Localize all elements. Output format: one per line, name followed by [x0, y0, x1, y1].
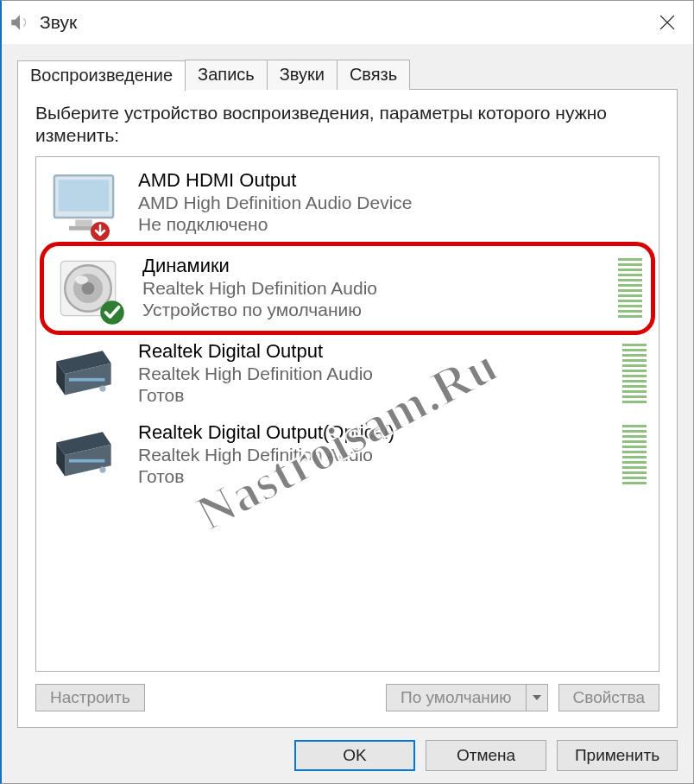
tab-playback[interactable]: Воспроизведение [17, 60, 186, 91]
window-title: Звук [40, 12, 77, 33]
receiver-icon [48, 420, 119, 490]
tab-communications[interactable]: Связь [337, 60, 410, 90]
level-meter [618, 258, 642, 319]
device-name: Realtek Digital Output [138, 340, 622, 363]
device-item[interactable]: Динамики Realtek High Definition Audio У… [40, 242, 655, 335]
device-item[interactable]: Realtek Digital Output Realtek High Defi… [43, 333, 652, 414]
device-name: AMD HDMI Output [138, 169, 647, 192]
client-area: Воспроизведение Запись Звуки Связь Выбер… [2, 44, 693, 783]
svg-rect-1 [59, 180, 110, 212]
monitor-icon [48, 168, 119, 238]
device-text: Realtek Digital Output Realtek High Defi… [138, 338, 622, 406]
device-sub: Realtek High Definition Audio [138, 363, 622, 385]
svg-rect-14 [69, 377, 104, 381]
device-status: Не подключено [138, 214, 647, 235]
device-sub: AMD High Definition Audio Device [138, 192, 647, 214]
tab-sounds[interactable]: Звуки [267, 60, 338, 90]
device-name: Динамики [142, 255, 618, 277]
chevron-down-icon [533, 695, 541, 700]
device-item[interactable]: AMD HDMI Output AMD High Definition Audi… [43, 162, 652, 243]
cancel-button[interactable]: Отмена [426, 740, 546, 771]
device-item[interactable]: Realtek Digital Output(Optical) Realtek … [43, 414, 652, 496]
device-text: Динамики Realtek High Definition Audio У… [142, 253, 618, 320]
set-default-button[interactable]: По умолчанию [386, 684, 526, 711]
set-default-split: По умолчанию [386, 684, 548, 711]
level-meter [622, 344, 647, 404]
device-sub: Realtek High Definition Audio [142, 277, 618, 300]
device-text: AMD HDMI Output AMD High Definition Audi… [138, 168, 647, 235]
close-button[interactable] [641, 1, 693, 44]
device-status: Готов [138, 466, 622, 487]
sound-icon [9, 11, 31, 34]
titlebar: Звук [2, 1, 693, 44]
set-default-dropdown[interactable] [526, 684, 548, 711]
down-arrow-icon [90, 221, 110, 242]
svg-rect-19 [69, 458, 104, 462]
device-text: Realtek Digital Output(Optical) Realtek … [138, 420, 622, 487]
dialog-button-row: OK Отмена Применить [17, 728, 678, 771]
tab-recording[interactable]: Запись [185, 60, 268, 90]
ok-button[interactable]: OK [294, 740, 415, 771]
check-icon [99, 300, 125, 326]
properties-button[interactable]: Свойства [558, 684, 659, 711]
panel-button-row: Настроить По умолчанию Свойства [35, 684, 659, 711]
device-status: Готов [138, 385, 622, 406]
level-meter [622, 425, 647, 485]
instruction-text: Выберите устройство воспроизведения, пар… [35, 102, 659, 148]
svg-point-15 [99, 385, 105, 391]
close-icon [659, 15, 675, 30]
apply-button[interactable]: Применить [557, 740, 678, 771]
svg-point-20 [99, 466, 105, 472]
device-name: Realtek Digital Output(Optical) [138, 421, 622, 444]
device-status: Устройство по умолчанию [142, 300, 618, 320]
playback-panel: Выберите устройство воспроизведения, пар… [17, 89, 678, 728]
device-list[interactable]: AMD HDMI Output AMD High Definition Audi… [35, 156, 659, 673]
tab-row: Воспроизведение Запись Звуки Связь [17, 60, 678, 90]
configure-button[interactable]: Настроить [35, 684, 145, 711]
receiver-icon [48, 338, 119, 409]
device-sub: Realtek High Definition Audio [138, 444, 622, 466]
speaker-icon [53, 253, 123, 324]
sound-dialog: Звук Воспроизведение Запись Звуки Связь … [0, 0, 694, 784]
svg-point-9 [75, 275, 88, 284]
